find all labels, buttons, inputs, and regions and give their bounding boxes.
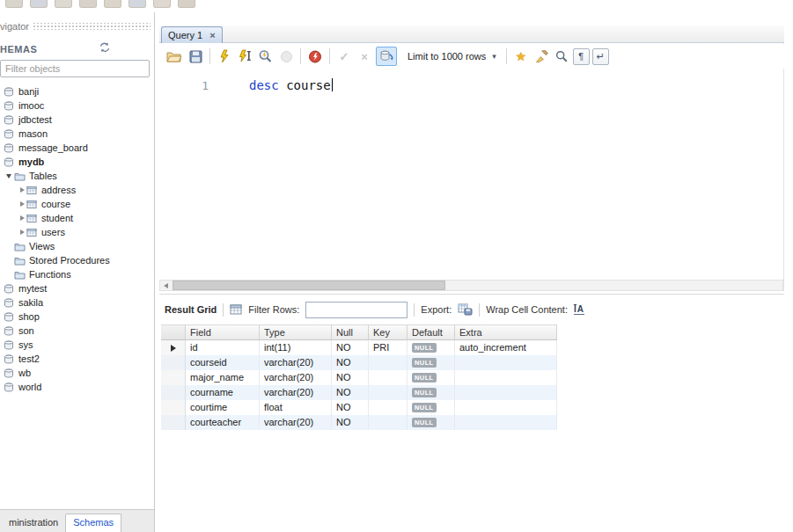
cell-nullable[interactable]: NO xyxy=(332,340,369,355)
toggle-autocommit-icon[interactable] xyxy=(376,47,397,66)
column-header-field[interactable]: Field xyxy=(186,324,260,340)
cell-type[interactable]: varchar(20) xyxy=(260,415,332,430)
wrap-cell-content-icon[interactable]: ĪA xyxy=(574,304,584,315)
cell-nullable[interactable]: NO xyxy=(332,355,369,370)
sql-editor[interactable]: 1 desc course xyxy=(159,69,783,280)
close-tab-icon[interactable]: × xyxy=(209,30,215,40)
tree-item-sys[interactable]: sys xyxy=(0,338,153,352)
column-header-key[interactable]: Key xyxy=(369,324,408,340)
tree-item-imooc[interactable]: imooc xyxy=(0,98,153,113)
cell-nullable[interactable]: NO xyxy=(332,415,369,430)
table-row[interactable]: courteachervarchar(20)NONULL xyxy=(161,415,559,430)
column-header-default[interactable]: Default xyxy=(408,324,455,340)
tab-schemas[interactable]: Schemas xyxy=(65,514,121,532)
save-snippet-icon[interactable]: ★ xyxy=(512,47,530,66)
expand-arrow-icon[interactable] xyxy=(18,200,26,208)
cell-field[interactable]: courtime xyxy=(186,400,260,415)
tree-item-mydb[interactable]: mydb xyxy=(0,155,153,169)
tree-item-functions[interactable]: Functions xyxy=(0,267,153,281)
cell-type[interactable]: int(11) xyxy=(260,340,332,355)
cell-extra[interactable] xyxy=(455,385,557,400)
cell-key[interactable] xyxy=(369,385,408,400)
result-grid-icon[interactable] xyxy=(230,304,242,315)
tree-item-course[interactable]: course xyxy=(0,197,153,211)
toggle-word-wrap-icon[interactable]: ↵ xyxy=(592,48,609,65)
editor-horizontal-scrollbar[interactable] xyxy=(159,280,783,291)
cell-default[interactable]: NULL xyxy=(408,355,455,370)
toggle-invisible-characters-icon[interactable]: ¶ xyxy=(573,48,590,65)
cell-field[interactable]: id xyxy=(186,340,260,355)
cell-extra[interactable] xyxy=(455,415,557,430)
tree-item-message_board[interactable]: message_board xyxy=(0,141,153,155)
commit-icon[interactable]: ✓ xyxy=(335,47,353,66)
save-script-icon[interactable] xyxy=(187,47,204,66)
cell-field[interactable]: major_name xyxy=(186,370,260,385)
table-row[interactable]: idint(11)NOPRINULLauto_increment xyxy=(161,340,559,355)
execute-icon[interactable] xyxy=(216,47,233,66)
row-marker-cell[interactable] xyxy=(161,385,186,400)
cell-extra[interactable] xyxy=(455,370,557,385)
tree-item-jdbctest[interactable]: jdbctest xyxy=(0,113,153,127)
tab-query-1[interactable]: Query 1 × xyxy=(161,26,223,43)
cell-extra[interactable] xyxy=(455,355,557,370)
cell-type[interactable]: varchar(20) xyxy=(260,355,332,370)
tree-item-banji[interactable]: banji xyxy=(0,84,153,98)
cell-nullable[interactable]: NO xyxy=(332,400,369,415)
cell-default[interactable]: NULL xyxy=(408,370,455,385)
cell-field[interactable]: courteacher xyxy=(186,415,260,430)
filter-rows-input[interactable] xyxy=(305,302,408,318)
cell-type[interactable]: varchar(20) xyxy=(260,370,332,385)
cell-field[interactable]: courname xyxy=(186,385,260,400)
tree-item-son[interactable]: son xyxy=(0,324,153,338)
cell-default[interactable]: NULL xyxy=(408,340,455,355)
column-header-null[interactable]: Null xyxy=(332,324,369,340)
toggle-stop-on-error-icon[interactable] xyxy=(306,47,324,66)
tree-item-address[interactable]: address xyxy=(0,183,153,197)
tree-item-test2[interactable]: test2 xyxy=(0,352,153,366)
rollback-icon[interactable]: × xyxy=(356,47,373,66)
cell-extra[interactable] xyxy=(455,400,557,415)
cell-field[interactable]: courseid xyxy=(186,355,260,370)
export-recordset-icon[interactable] xyxy=(458,303,473,316)
scrollbar-thumb[interactable] xyxy=(173,281,445,290)
table-row[interactable]: cournamevarchar(20)NONULL xyxy=(161,385,559,400)
tree-item-mason[interactable]: mason xyxy=(0,127,153,141)
row-marker-cell[interactable] xyxy=(161,400,186,415)
tree-item-world[interactable]: world xyxy=(0,380,153,394)
cell-type[interactable]: varchar(20) xyxy=(260,385,332,400)
find-icon[interactable] xyxy=(553,47,570,66)
scroll-left-arrow-icon[interactable] xyxy=(160,281,172,290)
cell-key[interactable] xyxy=(369,355,408,370)
tree-item-views[interactable]: Views xyxy=(0,239,153,253)
refresh-schemas-icon[interactable] xyxy=(99,40,112,52)
tree-item-mytest[interactable]: mytest xyxy=(0,281,153,295)
expand-arrow-icon[interactable] xyxy=(18,214,26,222)
explain-icon[interactable] xyxy=(256,47,275,66)
table-row[interactable]: courtimefloatNONULL xyxy=(161,400,559,415)
cell-key[interactable] xyxy=(369,370,408,385)
column-header-type[interactable]: Type xyxy=(260,324,332,340)
open-script-icon[interactable] xyxy=(165,47,184,66)
stop-icon[interactable] xyxy=(277,47,295,66)
cell-key[interactable] xyxy=(369,415,408,430)
row-marker-cell[interactable] xyxy=(161,340,186,355)
collapse-arrow-icon[interactable] xyxy=(5,171,14,180)
beautify-icon[interactable] xyxy=(532,47,550,66)
table-row[interactable]: major_namevarchar(20)NONULL xyxy=(161,370,559,385)
tab-administration[interactable]: ministration xyxy=(2,514,65,532)
row-marker-cell[interactable] xyxy=(161,370,186,385)
tree-item-tables[interactable]: Tables xyxy=(0,169,153,183)
row-marker-cell[interactable] xyxy=(161,355,186,370)
cell-extra[interactable]: auto_increment xyxy=(455,340,557,355)
tree-item-stored-procedures[interactable]: Stored Procedures xyxy=(0,253,153,267)
execute-current-statement-icon[interactable] xyxy=(236,47,253,66)
filter-objects-input[interactable] xyxy=(0,60,150,77)
expand-arrow-icon[interactable] xyxy=(18,186,26,194)
cell-nullable[interactable]: NO xyxy=(332,370,369,385)
cell-type[interactable]: float xyxy=(260,400,332,415)
expand-arrow-icon[interactable] xyxy=(18,228,26,237)
table-row[interactable]: courseidvarchar(20)NONULL xyxy=(161,355,559,370)
tree-item-sakila[interactable]: sakila xyxy=(0,295,153,310)
cell-default[interactable]: NULL xyxy=(408,415,455,430)
limit-rows-dropdown[interactable]: Limit to 1000 rows ▾ xyxy=(403,49,501,63)
